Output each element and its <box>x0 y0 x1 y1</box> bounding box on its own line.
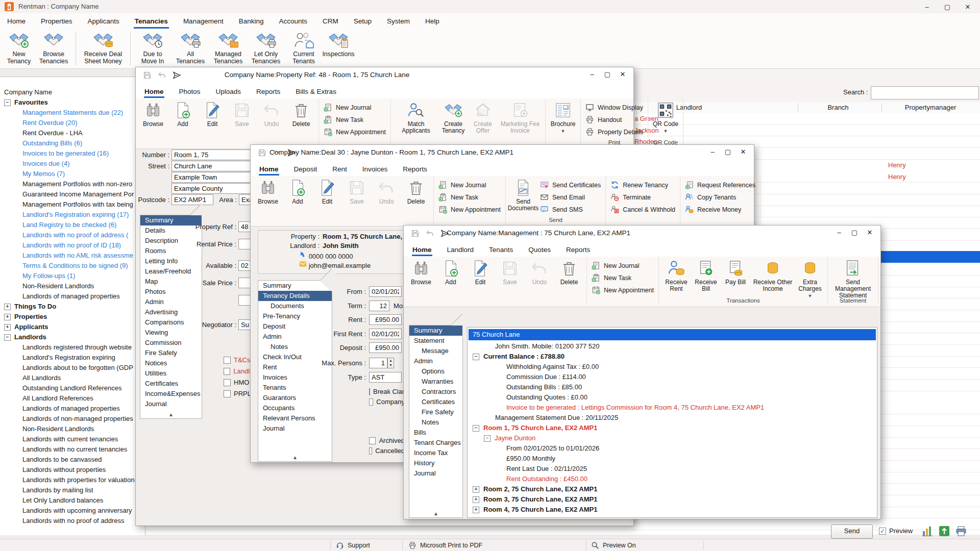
max-persons-stepper[interactable]: ▲▼ <box>387 358 394 368</box>
nav-summary[interactable]: Summary <box>258 281 332 291</box>
checkbox-icon[interactable] <box>369 388 370 395</box>
archived-checkbox[interactable]: Archived <box>369 437 405 444</box>
nav-notes[interactable]: Notes <box>258 342 332 352</box>
new-appointment-button[interactable]: New Appointment <box>592 285 654 295</box>
let-only-tenancies-button[interactable]: Let Only Tenancies <box>247 29 285 65</box>
add-button[interactable]: Add <box>436 259 465 286</box>
receive-rent-button[interactable]: Receive Rent <box>662 259 691 292</box>
sidebar-item-invoices-to-be-generated-16[interactable]: Invoices to be generated (16) <box>22 149 109 157</box>
dropdown-arrow-icon[interactable]: ▼ <box>663 128 668 135</box>
print-icon[interactable] <box>955 525 967 537</box>
nav-admin[interactable]: Admin <box>258 332 332 342</box>
sidebar-item-landlords[interactable]: −Landlords <box>4 333 46 341</box>
nav-history[interactable]: History <box>409 458 462 468</box>
nav-admin[interactable]: Admin <box>140 297 202 307</box>
save-quick-button[interactable] <box>258 148 266 159</box>
chart-icon[interactable] <box>922 525 933 537</box>
send-management-statement-button[interactable]: Send Management Statement <box>830 259 875 299</box>
nav-fire-safety[interactable]: Fire Safety <box>409 407 462 417</box>
sidebar-item-terms-conditions-to-be-signed-9[interactable]: Terms & Conditions to be signed (9) <box>22 262 128 269</box>
undo-quick-button[interactable] <box>158 71 166 82</box>
tree-row[interactable]: Rent Last Due : 02/11/2025 <box>506 464 587 474</box>
new-task-button[interactable]: New Task <box>324 115 386 124</box>
nav-viewing[interactable]: Viewing <box>140 328 202 338</box>
nav-journal[interactable]: Journal <box>409 468 462 479</box>
sidebar-item-all-landlord-references[interactable]: All Landlord References <box>22 394 93 402</box>
nav-photos[interactable]: Photos <box>140 287 202 297</box>
manager-cell[interactable]: Henry <box>888 161 906 169</box>
tree-row[interactable]: £950.00 Monthly <box>506 454 555 464</box>
sidebar-item-my-follow-ups-1[interactable]: My Follow-ups (1) <box>22 272 75 280</box>
nav-scroll-up-icon[interactable]: ▲ <box>140 412 202 417</box>
terminate-button[interactable]: Terminate <box>610 192 675 202</box>
column-header-propertymanager[interactable]: Propertymanager <box>905 104 956 111</box>
new-appointment-button[interactable]: New Appointment <box>438 205 501 214</box>
browse-button[interactable]: Browse <box>406 259 436 286</box>
sidebar-item-landlords-without-properties[interactable]: Landlords without properties <box>22 466 106 473</box>
break-clause-checkbox[interactable]: Break Clause <box>369 388 405 395</box>
browse-button[interactable]: Browse <box>138 101 168 128</box>
nav-message[interactable]: Message <box>409 346 462 356</box>
nav-scroll-up-icon[interactable]: ▲ <box>258 455 332 460</box>
nav-tenancy-details[interactable]: Tenancy Details <box>258 291 332 301</box>
sidebar-item-all-landlords[interactable]: All Landlords <box>22 374 61 382</box>
add-button[interactable]: Add <box>283 178 312 205</box>
cancelled-checkbox[interactable]: Cancelled <box>369 447 405 455</box>
property-details-button[interactable]: Property Details <box>585 127 643 137</box>
minimize-icon[interactable]: – <box>584 70 600 78</box>
menu-management[interactable]: Management <box>182 14 225 29</box>
receive-money-button[interactable]: Receive Money <box>685 205 755 214</box>
menu-crm[interactable]: CRM <box>322 14 339 29</box>
send-quick-button[interactable] <box>173 71 181 82</box>
tab-home[interactable]: Home <box>144 85 164 98</box>
sidebar-item-landlords-with-no-proof-of-id-18[interactable]: Landlords with no proof of ID (18) <box>22 241 121 249</box>
close-icon[interactable]: ✕ <box>862 229 877 236</box>
nav-details[interactable]: Details <box>140 226 202 236</box>
expand-icon[interactable]: + <box>4 314 11 320</box>
export-icon[interactable] <box>939 525 950 537</box>
tab-home[interactable]: Home <box>259 162 279 176</box>
delete-button[interactable]: Delete <box>286 101 316 128</box>
sidebar-item-landlords-of-non-managed-properties[interactable]: Landlords of non-managed properties <box>22 415 133 422</box>
nav-deposit[interactable]: Deposit <box>258 321 332 332</box>
sidebar-item-management-portfolios-with-tax-being[interactable]: Management Portfolios with tax being <box>22 201 133 208</box>
company-checkbox[interactable]: Company <box>369 398 405 406</box>
inspections-button[interactable]: Inspections <box>323 29 354 58</box>
rent-input[interactable] <box>369 314 402 325</box>
nav-contractors[interactable]: Contractors <box>409 387 462 397</box>
tree-row[interactable]: Management Statement Due : 20/11/2025 <box>495 413 618 423</box>
tree-row[interactable]: John Smith. Mobile: 01200 377 520 <box>495 341 600 352</box>
nav-rent[interactable]: Rent <box>258 362 332 372</box>
new-journal-button[interactable]: New Journal <box>324 103 386 112</box>
sidebar-item-landlords-with-upcoming-anniversary[interactable]: Landlords with upcoming anniversary <box>22 507 132 514</box>
nav-warranties[interactable]: Warranties <box>409 377 462 387</box>
tree-row[interactable]: Outstanding Quotes : £0.00 <box>506 392 587 403</box>
edit-button[interactable]: Edit <box>198 101 227 128</box>
nav-admin[interactable]: Admin <box>409 356 462 366</box>
renew-tenancy-button[interactable]: Renew Tenancy <box>610 180 675 190</box>
pay-bill-button[interactable]: Pay Bill <box>721 259 750 286</box>
nav-description[interactable]: Description <box>140 236 202 246</box>
column-header-branch[interactable]: Branch <box>827 104 848 111</box>
close-icon[interactable]: ✕ <box>615 70 630 78</box>
sidebar-item-management-statements-due-22[interactable]: Management Statements due (22) <box>22 109 123 116</box>
tree-header-row[interactable]: 75 Church Lane <box>469 329 876 340</box>
nav-occupants[interactable]: Occupants <box>258 403 332 413</box>
sidebar-item-my-memos-7[interactable]: My Memos (7) <box>22 170 65 178</box>
sidebar-item-non-resident-landlords[interactable]: Non-Resident Landlords <box>22 282 94 290</box>
sidebar-item-applicants[interactable]: +Applicants <box>4 323 48 331</box>
save-quick-button[interactable] <box>411 229 420 240</box>
email-row[interactable]: john@email.example <box>299 260 371 269</box>
tab-home[interactable]: Home <box>412 243 432 256</box>
minimize-icon[interactable]: – <box>831 229 847 236</box>
checkbox-icon[interactable] <box>224 390 231 397</box>
sidebar-item-landlords-with-no-aml-risk-assessme[interactable]: Landlords with no AML risk assessme <box>22 252 133 259</box>
handout-button[interactable]: Handout <box>585 115 643 124</box>
tab-reports[interactable]: Reports <box>402 162 427 176</box>
sidebar-item-management-portfolios-with-non-zero[interactable]: Management Portfolios with non-zero <box>22 180 132 188</box>
expand-icon[interactable]: + <box>473 486 479 493</box>
sidebar-item-things-to-do[interactable]: +Things To Do <box>4 303 56 310</box>
sidebar-item-properties[interactable]: +Properties <box>4 313 47 320</box>
receive-deal-sheet-money-button[interactable]: Receive Deal Sheet Money <box>79 29 127 65</box>
send-certificates-button[interactable]: Send Certificates <box>540 180 601 190</box>
